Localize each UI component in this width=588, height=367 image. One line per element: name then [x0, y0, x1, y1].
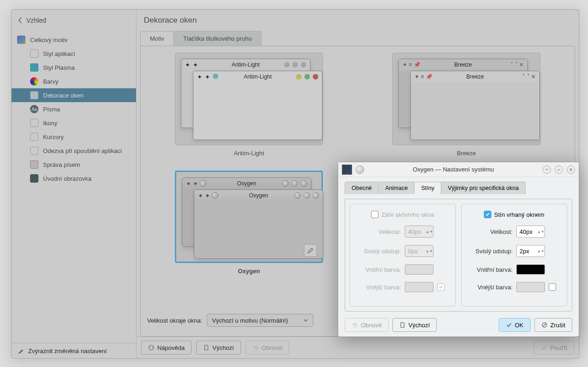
tab-titlebar-buttons[interactable]: Tlačítka titulkového pruhu — [173, 31, 261, 46]
pin-icon[interactable] — [356, 165, 364, 174]
svg-point-0 — [149, 345, 154, 350]
close-button[interactable] — [567, 165, 575, 174]
sidebar-back[interactable]: Vzhled — [12, 10, 136, 31]
sidebar-item-colors[interactable]: Barvy — [12, 74, 136, 88]
tab-animations[interactable]: Animace — [378, 182, 415, 194]
theme-icon — [17, 36, 25, 44]
refresh-button: Obnovit — [246, 341, 290, 355]
svg-point-1 — [150, 347, 151, 348]
plasma-icon — [30, 63, 38, 72]
sidebar-item-cursors[interactable]: Kurzory — [12, 130, 136, 144]
dlg-cancel-button[interactable]: Zrušit — [534, 318, 573, 332]
maximize-button[interactable] — [555, 165, 563, 174]
sidebar-item-fonts[interactable]: Aa Písma — [12, 102, 136, 116]
pencil-icon — [307, 247, 314, 254]
dlg-ok-button[interactable]: OK — [499, 318, 531, 332]
tab-exceptions[interactable]: Výjimky pro specifická okna — [441, 182, 526, 194]
dialog-titlebar[interactable]: Oxygen — Nastavení systému — [338, 162, 579, 177]
undo-icon — [352, 322, 358, 328]
svg-point-2 — [152, 347, 153, 348]
dialog-title: Oxygen — Nastavení systému — [368, 166, 539, 173]
font-mgmt-icon — [30, 160, 38, 169]
chevron-left-icon — [18, 17, 23, 24]
tab-shadows[interactable]: Stíny — [414, 182, 441, 194]
shadow-checkbox[interactable] — [484, 211, 491, 218]
check-icon — [541, 344, 547, 351]
page-title: Dekorace oken — [136, 10, 579, 31]
tab-general[interactable]: Obecné — [345, 182, 379, 194]
shadow-outer-color[interactable] — [516, 282, 545, 292]
fonts-icon: Aa — [30, 105, 38, 113]
sidebar-back-label: Vzhled — [26, 17, 46, 24]
icons-icon — [30, 119, 38, 127]
oxygen-settings-dialog: Oxygen — Nastavení systému Obecné Animac… — [338, 162, 579, 337]
sidebar-category[interactable]: Celkový motiv — [12, 33, 136, 47]
chevron-down-icon — [303, 319, 308, 322]
theme-label: Aritim-Light — [234, 150, 264, 157]
theme-oxygen[interactable]: ✦ ✦ Oxygen ✦ ✦ Oxygen — [147, 171, 351, 275]
sidebar-item-window-decorations[interactable]: Dekorace oken — [12, 88, 136, 102]
theme-aritim-light[interactable]: ✦✦ Aritim-Light ✦✦ Aritim-Light — [147, 53, 351, 157]
sidebar-item-font-management[interactable]: Správa písem — [12, 158, 136, 171]
check-icon — [506, 322, 512, 328]
document-icon — [203, 344, 210, 351]
apply-button: Použít — [534, 341, 574, 355]
shadow-inner-color[interactable] — [516, 264, 545, 275]
cursor-icon — [30, 133, 38, 141]
window-icon — [30, 49, 38, 58]
sidebar-item-plasma-style[interactable]: Styl Plasma — [12, 61, 136, 74]
shadow-offset-spin[interactable]: 2px▲▼ — [516, 245, 545, 257]
highlight-changed-button[interactable]: Zvýraznit změněná nastavení — [12, 343, 136, 358]
document-icon — [399, 322, 406, 328]
app-icon — [342, 165, 352, 175]
shadow-size-spin[interactable]: 40px▲▼ — [516, 226, 545, 238]
configure-theme-button[interactable] — [304, 244, 317, 257]
glow-size-spin: 40px▲▼ — [405, 226, 433, 238]
main-tabs: Motiv Tlačítka titulkového pruhu — [140, 31, 575, 46]
theme-breeze[interactable]: ✦ ≡ 📌 Breeze ˅ ˄ ✕ ✦ ≡ 📌 Breeze ˅ ˄ ✕ — [365, 53, 568, 157]
sidebar-item-app-style[interactable]: Styl aplikací — [12, 47, 136, 61]
splash-icon — [30, 174, 38, 183]
sidebar-item-splash[interactable]: Úvodní obrazovka — [12, 171, 136, 185]
sidebar: Vzhled Celkový motiv Styl aplikací Styl … — [12, 10, 136, 358]
cancel-icon — [541, 322, 548, 328]
tab-theme[interactable]: Motiv — [140, 31, 174, 46]
glow-outer-enable — [437, 283, 445, 291]
sidebar-item-launch-feedback[interactable]: Odezva při spouštění aplikací — [12, 144, 136, 158]
glow-inner-color — [405, 264, 433, 275]
border-size-combo[interactable]: Výchozí u motivu (Normální) — [207, 314, 313, 327]
launch-icon — [30, 147, 38, 155]
theme-label: Oxygen — [238, 268, 260, 275]
glow-checkbox[interactable] — [371, 211, 378, 218]
dlg-defaults-button[interactable]: Výchozí — [392, 318, 437, 332]
shadow-group: Stín vrhaný oknem Velikost: 40px▲▼ Svisl… — [461, 204, 567, 306]
help-button[interactable]: Nápověda — [141, 341, 192, 355]
dlg-reset-button: Obnovit — [345, 318, 389, 332]
window-deco-icon — [30, 91, 38, 99]
minimize-button[interactable] — [543, 165, 551, 174]
glow-group: Záře aktivního okna Velikost: 40px▲▼ Svi… — [350, 204, 456, 306]
highlight-icon — [17, 347, 25, 355]
theme-label: Breeze — [457, 150, 476, 157]
sidebar-item-icons[interactable]: Ikony — [12, 116, 136, 130]
border-size-label: Velikost okraje okna: — [147, 317, 202, 324]
help-icon — [148, 344, 155, 351]
shadow-outer-enable[interactable] — [549, 283, 556, 291]
colors-icon — [30, 77, 38, 86]
dialog-tabs: Obecné Animace Stíny Výjimky pro specifi… — [345, 182, 572, 194]
sidebar-category-label: Celkový motiv — [30, 37, 68, 43]
defaults-button[interactable]: Výchozí — [196, 341, 241, 355]
glow-offset-spin: 0px▲▼ — [405, 245, 433, 257]
undo-icon — [253, 344, 259, 351]
glow-outer-color — [405, 282, 433, 292]
